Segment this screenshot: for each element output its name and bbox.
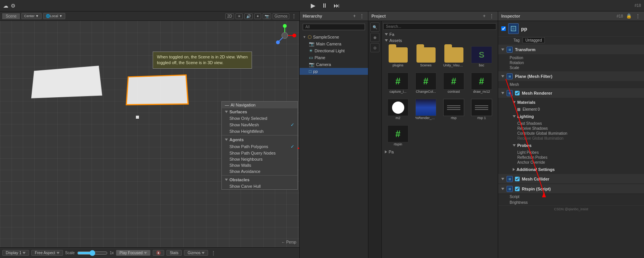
tree-item-dir-light[interactable]: ☀ Directional Light [300, 47, 368, 54]
project-filter2-btn[interactable]: ⊙ [370, 43, 379, 52]
hierarchy-options-btn[interactable]: ⋮ [359, 13, 365, 19]
local-dropdown[interactable]: 🌐Local ▼ [43, 13, 65, 19]
ai-nav-section-agents[interactable]: Agents [222, 136, 297, 143]
tab-scene[interactable]: Scene [2, 13, 20, 19]
play-button[interactable]: ▶ [309, 2, 317, 9]
ai-nav-show-only-selected[interactable]: Show Only Selected [222, 115, 297, 121]
hierarchy-add-btn[interactable]: + [352, 13, 357, 19]
project-assets-header[interactable]: Assets [383, 37, 496, 44]
scene-plane-selected[interactable] [126, 74, 189, 105]
asset-bsc-label: bsc [479, 63, 484, 67]
camera-icon-1: 📷 [309, 41, 315, 47]
pause-button[interactable]: ⏸ [320, 2, 329, 9]
tag-value[interactable]: Untagged [523, 37, 544, 43]
check-navmesh: ✓ [291, 122, 294, 127]
asset-bsc[interactable]: S bsc [468, 45, 495, 68]
project-add-btn[interactable]: + [482, 13, 486, 19]
object-active-checkbox[interactable] [501, 26, 506, 31]
materials-section-header[interactable]: Materials [510, 99, 641, 106]
hierarchy-search-input[interactable] [303, 24, 365, 30]
display-dropdown[interactable]: Display 1 [2, 250, 29, 256]
ai-nav-neighbours[interactable]: Show Neighbours [222, 156, 297, 162]
aspect-dropdown[interactable]: Free Aspect [31, 250, 63, 256]
mesh-renderer-body: Materials Element 0 Lighting [498, 98, 644, 174]
folder-plugins-icon [387, 46, 408, 63]
rtspin-checkbox[interactable] [515, 187, 520, 191]
scene-gizmos-btn[interactable]: Gizmos [273, 13, 289, 19]
transform-header[interactable]: ⊞ Transform [498, 45, 644, 54]
stats-btn[interactable]: Stats [166, 250, 182, 256]
reflection-probes-row: Reflection Probes [517, 155, 638, 160]
tree-item-pp[interactable]: □ pp [300, 68, 368, 75]
transform-arrow [501, 48, 504, 51]
asset-scenes[interactable]: Scenes [413, 45, 439, 68]
project-search-btn[interactable]: 🔍 [370, 23, 379, 32]
play-focused-btn[interactable]: Play Focused [116, 250, 150, 256]
mesh-renderer-checkbox[interactable] [515, 91, 520, 95]
inspector-lock-btn[interactable]: 🔒 [625, 13, 633, 19]
ai-nav-path-query-nodes[interactable]: Show Path Query Nodes [222, 150, 297, 156]
project-options-btn[interactable]: ⋮ [489, 13, 495, 19]
project-favorites-header[interactable]: Fa [383, 31, 496, 37]
ai-nav-avoidance[interactable]: Show Avoidance [222, 168, 297, 174]
2d-toggle[interactable]: 2D [225, 13, 234, 19]
project-title: Project [371, 14, 386, 18]
additional-section-header[interactable]: Additional Settings [510, 166, 641, 173]
tree-item-scene[interactable]: ▼ ⬡ SampleScene [300, 34, 368, 40]
ai-nav-walls[interactable]: Show Walls [222, 162, 297, 168]
ai-nav-show-navmesh[interactable]: Show NavMesh ✓ [222, 121, 297, 128]
lighting-section-header[interactable]: Lighting [510, 113, 641, 120]
additional-arrow [513, 168, 515, 171]
tree-item-main-camera[interactable]: 📷 Main Camera [300, 40, 368, 47]
asset-m2[interactable]: m2 [385, 98, 411, 121]
project-filter1-btn[interactable]: ⊕ [370, 33, 379, 42]
asset-draw-nv12[interactable]: # draw_nv12 [468, 71, 495, 95]
asset-render-ta[interactable]: %Render_Ta... [413, 98, 439, 121]
ai-nav-section-obstacles[interactable]: Obstacles [222, 176, 297, 183]
ai-nav-show-heightmesh[interactable]: Show HeightMesh [222, 128, 297, 134]
step-button[interactable]: ⏭ [332, 2, 341, 9]
tag-row: Tag Untagged [498, 37, 644, 45]
ai-nav-section-surfaces[interactable]: Surfaces [222, 108, 297, 115]
bottom-more-btn[interactable]: ⋮ [210, 250, 216, 256]
scene-fx-btn[interactable]: ✦ [254, 13, 261, 19]
rtspin-header[interactable]: ⊞ Rtspin (Script) [498, 184, 644, 194]
scene-more-btn[interactable]: ⋮ [291, 13, 297, 19]
gizmos-btn[interactable]: Gizmos [184, 250, 208, 256]
asset-rtspin[interactable]: # rtspin [385, 124, 411, 147]
hash-icon-2: # [423, 76, 428, 87]
asset-changecol[interactable]: # ChangeCol... [413, 71, 439, 95]
tree-item-plane[interactable]: ▭ Plane [300, 54, 368, 61]
mesh-filter-header[interactable]: ⊞ Plane (Mesh Filter) [498, 72, 644, 81]
center-dropdown[interactable]: Center ▼ [21, 13, 41, 19]
scene-lighting-btn[interactable]: ☀ [236, 13, 243, 19]
scale-slider[interactable] [77, 250, 108, 256]
inspector-options-btn[interactable]: ⋮ [635, 13, 641, 19]
favorites-label: Fa [389, 32, 394, 37]
project-content: Fa Assets plugins [382, 21, 498, 258]
scene-camera-btn[interactable]: 📷 [263, 13, 271, 19]
brightness-row: Brightness [498, 200, 644, 205]
light-probes-row: Light Probes [517, 150, 638, 155]
probes-section: Light Probes Reflection Probes Anchor Ov… [510, 149, 641, 166]
asset-rtsp1[interactable]: rtsp 1 [468, 98, 495, 121]
asset-plugins[interactable]: plugins [385, 45, 411, 68]
scene-plane-white[interactable] [31, 66, 102, 98]
tree-item-camera[interactable]: 📷 Camera [300, 61, 368, 68]
asset-contrast[interactable]: # contrast [441, 71, 467, 95]
probes-section-header[interactable]: Probes [510, 142, 641, 149]
scene-audio-btn[interactable]: 🔊 [244, 13, 253, 19]
mesh-renderer-header[interactable]: ⊞ Mesh Renderer [498, 89, 644, 98]
asset-rtsp[interactable]: rtsp [441, 98, 467, 121]
project-packages-header[interactable]: Pa [383, 149, 496, 155]
mesh-collider-checkbox[interactable] [515, 177, 520, 181]
mesh-collider-header[interactable]: ⊞ Mesh Collider [498, 174, 644, 184]
hierarchy-search-wrap [300, 21, 368, 33]
ai-nav-carve-hull[interactable]: Show Carve Hull [222, 183, 297, 189]
project-search-wrap [383, 23, 496, 31]
asset-capture[interactable]: # capture_i... [385, 71, 411, 95]
ai-nav-path-polygons[interactable]: Show Path Polygons ✓ [222, 143, 297, 150]
project-search-input[interactable] [383, 23, 496, 30]
mute-btn[interactable]: 🔇 [153, 250, 164, 256]
asset-unity-visual[interactable]: Unity_Visua... [441, 45, 467, 68]
